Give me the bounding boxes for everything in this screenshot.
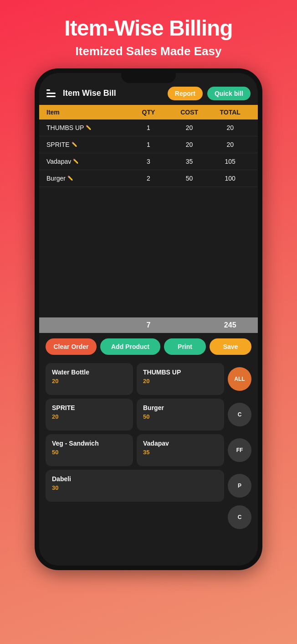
row2-cost: 35	[169, 158, 210, 165]
edit-icon-2[interactable]: ✏️	[73, 159, 78, 164]
menu-icon[interactable]	[46, 89, 56, 97]
product-price-5: 35	[143, 449, 218, 456]
product-name-0: Water Bottle	[52, 369, 127, 376]
col-cost: COST	[169, 109, 210, 116]
product-price-6: 30	[52, 484, 218, 491]
item-name-0: THUMBS UP ✏️	[46, 124, 128, 131]
table-row[interactable]: THUMBS UP ✏️ 1 20 20	[39, 119, 258, 136]
hero-subtitle: Itemized Sales Made Easy	[76, 44, 222, 58]
product-grid: Water Bottle 20 THUMBS UP 20 ALL SPRITE …	[39, 360, 258, 566]
side-button-p[interactable]: P	[228, 474, 251, 498]
side-button-all[interactable]: ALL	[228, 367, 251, 391]
product-price-1: 20	[143, 378, 218, 384]
col-total: TOTAL	[210, 109, 251, 116]
table-row[interactable]: Vadapav ✏️ 3 35 105	[39, 153, 258, 170]
row3-qty: 2	[128, 175, 169, 182]
item-name-1: SPRITE ✏️	[46, 141, 128, 148]
total-amount: 245	[210, 321, 251, 329]
product-name-2: SPRITE	[52, 404, 127, 411]
side-button-c1[interactable]: C	[228, 403, 251, 426]
action-buttons: Clear Order Add Product Print Save	[39, 333, 258, 360]
product-price-0: 20	[52, 378, 127, 384]
add-product-button[interactable]: Add Product	[100, 338, 160, 355]
quickbill-button[interactable]: Quick bill	[207, 87, 251, 100]
row2-total: 105	[210, 158, 251, 165]
hero-title: Item-Wise Billing	[64, 16, 232, 41]
product-card-vadapav[interactable]: Vadapav 35	[137, 434, 224, 466]
product-card-veg-sandwich[interactable]: Veg - Sandwich 50	[46, 434, 133, 466]
edit-icon-3[interactable]: ✏️	[67, 176, 73, 181]
row3-cost: 50	[169, 175, 210, 182]
product-price-2: 20	[52, 413, 127, 420]
product-name-6: Dabeli	[52, 475, 218, 483]
product-name-3: Burger	[143, 404, 218, 411]
col-qty: QTY	[128, 109, 169, 116]
row1-total: 20	[210, 141, 251, 148]
product-price-3: 50	[143, 413, 218, 420]
table-body: THUMBS UP ✏️ 1 20 20 SPRITE ✏️ 1 20 20 V…	[39, 119, 258, 317]
row0-total: 20	[210, 124, 251, 131]
item-name-3: Burger ✏️	[46, 175, 128, 182]
table-row[interactable]: SPRITE ✏️ 1 20 20	[39, 136, 258, 153]
report-button[interactable]: Report	[168, 87, 203, 100]
phone-notch	[121, 73, 176, 83]
side-button-c2[interactable]: C	[228, 505, 251, 529]
product-row-2: Veg - Sandwich 50 Vadapav 35 FF	[46, 434, 251, 466]
total-row: 7 245	[39, 317, 258, 333]
clear-order-button[interactable]: Clear Order	[46, 338, 97, 355]
product-card-sprite[interactable]: SPRITE 20	[46, 399, 133, 431]
product-name-5: Vadapav	[143, 440, 218, 447]
phone-screen: Item Wise Bill Report Quick bill Item QT…	[39, 73, 258, 566]
product-card-thumbsup[interactable]: THUMBS UP 20	[137, 363, 224, 395]
product-name-1: THUMBS UP	[143, 369, 218, 376]
product-row-3: Dabeli 30 P	[46, 470, 251, 502]
table-header: Item QTY COST TOTAL	[39, 105, 258, 119]
row1-cost: 20	[169, 141, 210, 148]
edit-icon-1[interactable]: ✏️	[72, 142, 77, 147]
side-button-ff[interactable]: FF	[228, 438, 251, 462]
product-row-1: SPRITE 20 Burger 50 C	[46, 399, 251, 431]
item-name-2: Vadapav ✏️	[46, 158, 128, 165]
product-row-0: Water Bottle 20 THUMBS UP 20 ALL	[46, 363, 251, 395]
product-row-4: C	[46, 505, 251, 529]
product-card-dabeli[interactable]: Dabeli 30	[46, 470, 224, 502]
save-button[interactable]: Save	[210, 338, 251, 355]
col-item: Item	[46, 109, 128, 116]
product-card-water-bottle[interactable]: Water Bottle 20	[46, 363, 133, 395]
row0-qty: 1	[128, 124, 169, 131]
total-qty: 7	[128, 321, 169, 329]
print-button[interactable]: Print	[164, 338, 206, 355]
table-row[interactable]: Burger ✏️ 2 50 100	[39, 170, 258, 187]
row3-total: 100	[210, 175, 251, 182]
product-price-4: 50	[52, 449, 127, 456]
app-title: Item Wise Bill	[63, 88, 163, 98]
row2-qty: 3	[128, 158, 169, 165]
product-card-burger[interactable]: Burger 50	[137, 399, 224, 431]
product-name-4: Veg - Sandwich	[52, 440, 127, 447]
edit-icon-0[interactable]: ✏️	[86, 125, 91, 130]
row1-qty: 1	[128, 141, 169, 148]
row0-cost: 20	[169, 124, 210, 131]
phone-frame: Item Wise Bill Report Quick bill Item QT…	[35, 68, 262, 570]
